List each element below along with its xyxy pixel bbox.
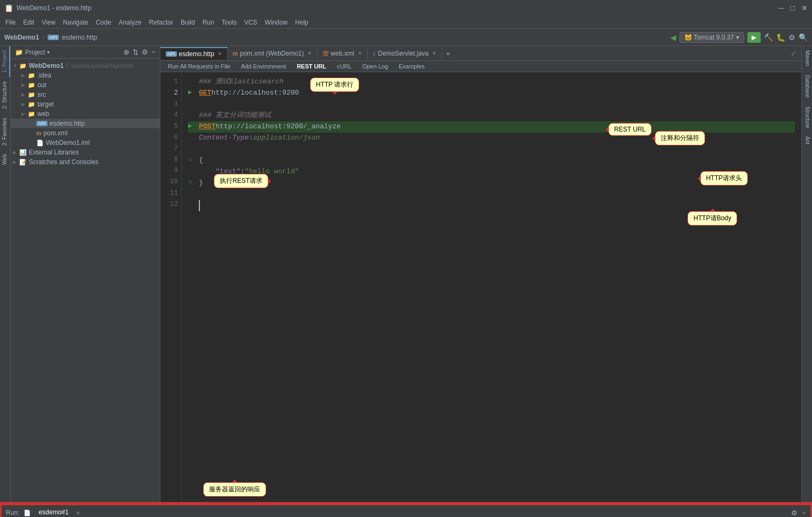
tree-item-src[interactable]: ▶ 📁 src xyxy=(11,90,160,99)
menu-code[interactable]: Code xyxy=(92,18,114,27)
tab-close-webxml[interactable]: ✕ xyxy=(358,50,362,56)
webxml-icon-tab: 🕸 xyxy=(323,50,329,57)
editor-area: API esdemo.http ✕ m pom.xml (WebDemo1) ✕… xyxy=(160,46,801,502)
settings-icon[interactable]: ⚙ xyxy=(788,33,795,42)
tree-item-out[interactable]: ▶ 📁 out xyxy=(11,80,160,90)
tree-arrow-webdemo1: ▼ xyxy=(13,63,19,68)
run-button[interactable]: ▶ xyxy=(747,32,761,43)
code-line-9: "text" : "hello world" xyxy=(188,166,795,178)
code-line-11 xyxy=(188,189,795,200)
menu-build[interactable]: Build xyxy=(177,18,198,27)
tomcat-dropdown[interactable]: 🐱 Tomcat 9.0.37 ▾ xyxy=(679,32,745,43)
title-bar-title: WebDemo1 - esdemo.http xyxy=(17,4,91,12)
nav-back-icon[interactable]: ◀ xyxy=(670,33,676,42)
toolbar-right: ◀ 🐱 Tomcat 9.0.37 ▾ ▶ 🔨 🐛 ⚙ 🔍 xyxy=(670,32,808,43)
collapse-icon[interactable]: ⇅ xyxy=(133,48,138,56)
tree-item-iml[interactable]: 📄 WebDemo1.iml xyxy=(11,138,160,148)
window-controls: ─ □ ✕ xyxy=(779,4,808,12)
code-get-keyword: GET xyxy=(199,88,211,99)
sidebar-tab-web[interactable]: Web xyxy=(0,150,10,169)
tab-close-pom[interactable]: ✕ xyxy=(307,50,312,56)
menu-view[interactable]: View xyxy=(38,18,59,27)
tab-close-demoservlet[interactable]: ✕ xyxy=(432,50,436,56)
run-all-requests[interactable]: Run All Requests in File xyxy=(165,63,234,70)
project-header-icons: ⊕ ⇅ ⚙ − xyxy=(123,48,156,56)
tree-arrow-idea: ▶ xyxy=(21,73,28,78)
folder-icon-webdemo1: 📁 xyxy=(19,63,27,70)
run-settings-icon[interactable]: ⚙ xyxy=(791,509,798,517)
add-environment[interactable]: Add Environment xyxy=(238,63,289,70)
right-tab-maven[interactable]: Maven xyxy=(802,46,812,71)
sidebar-tab-structure[interactable]: 2: Structure xyxy=(0,77,10,113)
tab-bar: API esdemo.http ✕ m pom.xml (WebDemo1) ✕… xyxy=(160,46,801,61)
tree-arrow-scratches: ▶ xyxy=(13,159,19,165)
tree-item-esdemo[interactable]: API esdemo.http xyxy=(11,119,160,128)
code-area[interactable]: ### 测试Elasticsearch ▶ GET http://localho… xyxy=(182,72,801,502)
api-badge-esdemo: API xyxy=(36,121,48,126)
tree-arrow-out: ▶ xyxy=(21,82,28,88)
debug-icon[interactable]: 🐛 xyxy=(776,33,785,42)
tab-pom[interactable]: m pom.xml (WebDemo1) ✕ xyxy=(228,48,318,59)
run-gutter-5[interactable]: ▶ xyxy=(188,121,197,132)
menu-refactor[interactable]: Refactor xyxy=(146,18,176,27)
tree-item-target[interactable]: ▶ 📁 target xyxy=(11,99,160,109)
sidebar-tab-favorites[interactable]: 2: Favorites xyxy=(0,113,10,150)
extlibs-icon: 📊 xyxy=(19,149,27,156)
tree-item-idea[interactable]: ▶ 📁 .idea xyxy=(11,71,160,80)
tree-label-pom: pom.xml xyxy=(43,129,67,137)
menu-navigate[interactable]: Navigate xyxy=(60,18,91,27)
right-tab-database[interactable]: Database xyxy=(802,71,812,102)
tree-label-src: src xyxy=(37,91,46,98)
sync-icon[interactable]: ⊕ xyxy=(123,48,129,56)
menu-analyze[interactable]: Analyze xyxy=(115,18,145,27)
gear-icon[interactable]: ⚙ xyxy=(142,48,148,56)
open-log[interactable]: Open Log xyxy=(359,63,391,70)
menu-window[interactable]: Window xyxy=(261,18,291,27)
code-header-val: application/json xyxy=(253,133,320,144)
run-tab-close[interactable]: ✕ xyxy=(76,510,80,516)
tab-esdemo[interactable]: API esdemo.http ✕ xyxy=(160,47,228,60)
maximize-button[interactable]: □ xyxy=(791,4,795,12)
more-tabs-icon[interactable]: » xyxy=(442,48,454,59)
editor-wrapper: 1 2 3 4 5 6 7 8 9 10 11 12 xyxy=(160,72,801,502)
menu-help[interactable]: Help xyxy=(292,18,312,27)
curl-export[interactable]: cURL xyxy=(334,63,355,70)
run-gutter-2[interactable]: ▶ xyxy=(188,88,197,98)
run-minimize-icon[interactable]: − xyxy=(802,509,806,517)
tree-item-extlibs[interactable]: ▶ 📊 External Libraries xyxy=(11,148,160,157)
tree-item-scratches[interactable]: ▶ 📝 Scratches and Consoles xyxy=(11,157,160,167)
minimize-button[interactable]: ─ xyxy=(779,4,784,12)
tab-bar-end[interactable]: ✓ xyxy=(786,47,801,60)
tab-demoservlet[interactable]: c DemoServlet.java ✕ xyxy=(368,48,442,59)
run-panel-header: Run: 📄 esdemo#1 ✕ ⚙ − xyxy=(2,505,810,517)
tree-arrow-src: ▶ xyxy=(21,92,28,97)
examples[interactable]: Examples xyxy=(396,63,428,70)
right-tab-structure[interactable]: Structure xyxy=(802,102,812,133)
tree-item-pom[interactable]: m pom.xml xyxy=(11,128,160,138)
run-tab-esdemo[interactable]: esdemo#1 xyxy=(35,507,72,517)
tree-item-web[interactable]: ▶ 📁 web xyxy=(11,109,160,119)
tree-item-webdemo1[interactable]: ▼ 📁 WebDemo1 C:\Users\Liu\IdeaProjects\W… xyxy=(11,61,160,71)
tab-close-esdemo[interactable]: ✕ xyxy=(218,51,222,57)
tab-webxml[interactable]: 🕸 web.xml ✕ xyxy=(318,48,368,59)
menu-tools[interactable]: Tools xyxy=(219,18,240,27)
tree-label-iml: WebDemo1.iml xyxy=(46,139,90,146)
project-dropdown-icon[interactable]: ▾ xyxy=(47,49,50,55)
app-icon: 📋 xyxy=(4,4,13,12)
menu-bar: File Edit View Navigate Code Analyze Ref… xyxy=(0,16,812,29)
title-bar: 📋 WebDemo1 - esdemo.http ─ □ ✕ xyxy=(0,0,812,16)
build-icon[interactable]: 🔨 xyxy=(764,33,773,42)
folder-icon-idea: 📁 xyxy=(28,72,35,79)
menu-vcs[interactable]: VCS xyxy=(241,18,261,27)
right-tab-ant[interactable]: Ant xyxy=(802,132,812,149)
sidebar-tab-project[interactable]: 1: Project xyxy=(0,46,10,77)
code-line-4: ### 英文分词功能测试 xyxy=(188,110,795,121)
menu-run[interactable]: Run xyxy=(199,18,218,27)
hide-icon[interactable]: − xyxy=(151,48,156,56)
search-icon[interactable]: 🔍 xyxy=(799,33,808,42)
pom-icon-tab: m xyxy=(233,50,238,57)
rest-url[interactable]: REST URL xyxy=(293,63,329,70)
close-button[interactable]: ✕ xyxy=(801,4,808,12)
menu-edit[interactable]: Edit xyxy=(20,18,37,27)
menu-file[interactable]: File xyxy=(2,18,19,27)
